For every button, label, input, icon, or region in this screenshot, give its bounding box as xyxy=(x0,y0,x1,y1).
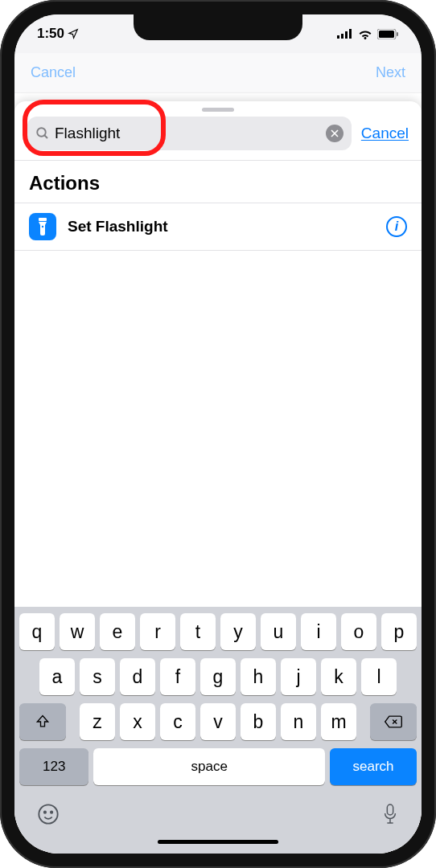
bg-nav-left: Cancel xyxy=(31,64,76,81)
svg-rect-1 xyxy=(341,34,343,39)
svg-point-7 xyxy=(37,128,46,137)
key-i[interactable]: i xyxy=(301,613,336,650)
dictation-button[interactable] xyxy=(381,803,399,829)
key-f[interactable]: f xyxy=(160,658,195,695)
key-u[interactable]: u xyxy=(261,613,296,650)
sheet-grabber[interactable] xyxy=(202,108,234,112)
key-k[interactable]: k xyxy=(321,658,356,695)
close-icon xyxy=(331,129,339,137)
svg-rect-5 xyxy=(379,31,394,38)
key-a[interactable]: a xyxy=(39,658,75,695)
key-t[interactable]: t xyxy=(180,613,216,650)
section-header: Actions xyxy=(14,161,422,203)
search-field[interactable] xyxy=(27,117,352,150)
key-z[interactable]: z xyxy=(80,703,115,740)
svg-line-8 xyxy=(44,135,47,138)
svg-point-16 xyxy=(44,812,46,813)
key-m[interactable]: m xyxy=(321,703,356,740)
key-l[interactable]: l xyxy=(361,658,397,695)
search-sheet: Cancel Actions Set Flashlight i qwertyui… xyxy=(14,101,422,854)
location-icon xyxy=(68,28,79,39)
key-e[interactable]: e xyxy=(100,613,135,650)
key-r[interactable]: r xyxy=(140,613,175,650)
home-indicator[interactable] xyxy=(158,840,278,844)
status-time: 1:50 xyxy=(37,26,64,42)
shift-key[interactable] xyxy=(19,703,66,740)
cancel-button[interactable]: Cancel xyxy=(361,125,409,142)
search-key[interactable]: search xyxy=(330,748,417,785)
emoji-icon xyxy=(37,803,60,825)
key-y[interactable]: y xyxy=(220,613,256,650)
svg-rect-3 xyxy=(349,29,352,39)
device-notch xyxy=(134,14,302,40)
svg-rect-0 xyxy=(337,35,339,39)
wifi-icon xyxy=(358,29,372,39)
key-n[interactable]: n xyxy=(281,703,316,740)
key-q[interactable]: q xyxy=(19,613,55,650)
space-key[interactable]: space xyxy=(93,748,325,785)
svg-rect-18 xyxy=(387,805,393,815)
svg-rect-2 xyxy=(345,31,348,39)
info-button[interactable]: i xyxy=(386,216,407,237)
search-input[interactable] xyxy=(55,125,321,142)
svg-point-17 xyxy=(51,812,52,813)
key-x[interactable]: x xyxy=(120,703,155,740)
bg-nav-right: Next xyxy=(376,64,405,81)
key-v[interactable]: v xyxy=(200,703,236,740)
microphone-icon xyxy=(381,803,399,825)
key-g[interactable]: g xyxy=(200,658,236,695)
key-p[interactable]: p xyxy=(381,613,417,650)
backspace-key[interactable] xyxy=(370,703,417,740)
search-icon xyxy=(35,126,50,141)
action-label: Set Flashlight xyxy=(68,218,375,235)
svg-rect-6 xyxy=(397,32,398,36)
key-o[interactable]: o xyxy=(341,613,376,650)
flashlight-app-icon xyxy=(29,213,56,240)
shift-icon xyxy=(35,714,51,730)
key-j[interactable]: j xyxy=(281,658,316,695)
clear-button[interactable] xyxy=(326,125,343,142)
key-h[interactable]: h xyxy=(241,658,276,695)
action-row-set-flashlight[interactable]: Set Flashlight i xyxy=(14,203,422,251)
svg-rect-11 xyxy=(39,218,47,221)
battery-icon xyxy=(377,29,399,39)
key-b[interactable]: b xyxy=(241,703,276,740)
keyboard: qwertyuiop asdfghjkl zxcvbnm 123 space s… xyxy=(14,607,422,854)
svg-point-15 xyxy=(39,805,57,823)
key-c[interactable]: c xyxy=(160,703,195,740)
emoji-button[interactable] xyxy=(37,803,60,829)
numbers-key[interactable]: 123 xyxy=(19,748,88,785)
cellular-icon xyxy=(337,29,353,39)
svg-point-12 xyxy=(42,226,43,227)
key-w[interactable]: w xyxy=(60,613,95,650)
key-d[interactable]: d xyxy=(120,658,155,695)
backspace-icon xyxy=(384,714,403,729)
key-s[interactable]: s xyxy=(80,658,115,695)
info-icon: i xyxy=(395,219,398,234)
background-nav: Cancel Next xyxy=(14,53,422,93)
